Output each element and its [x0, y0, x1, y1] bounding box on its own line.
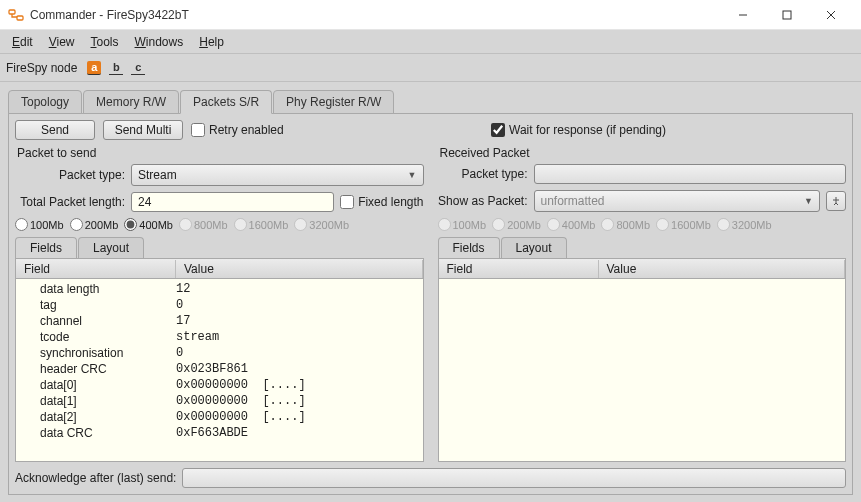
- cell-value: 0: [176, 298, 407, 312]
- scroll-down-icon[interactable]: [831, 441, 843, 459]
- speed-radio-200Mb[interactable]: 200Mb: [70, 218, 119, 231]
- subtab-fields-left[interactable]: Fields: [15, 237, 77, 258]
- table-row[interactable]: synchronisation0: [16, 345, 407, 361]
- show-as-packet-value: unformatted: [541, 194, 605, 208]
- recv-speed-radio-label: 100Mb: [453, 219, 487, 231]
- speed-radio-label: 200Mb: [85, 219, 119, 231]
- right-scrollbar[interactable]: [829, 279, 845, 461]
- speed-radio-input-3200Mb: [294, 218, 307, 231]
- pin-button[interactable]: [826, 191, 846, 211]
- left-table: Field Value data length12tag0channel17tc…: [15, 258, 424, 462]
- subtab-layout-right[interactable]: Layout: [501, 237, 567, 258]
- tabpage-packets-sr: Send Send Multi Retry enabled Wait for r…: [8, 113, 853, 495]
- scroll-up-icon[interactable]: [831, 281, 843, 299]
- tab-phy-register-rw[interactable]: Phy Register R/W: [273, 90, 394, 114]
- table-row[interactable]: header CRC0x023BF861: [16, 361, 407, 377]
- left-col-value[interactable]: Value: [176, 260, 423, 278]
- cell-value: 0: [176, 346, 407, 360]
- table-row[interactable]: data length12: [16, 281, 407, 297]
- retry-enabled-checkbox[interactable]: Retry enabled: [191, 123, 284, 137]
- send-button[interactable]: Send: [15, 120, 95, 140]
- node-b[interactable]: b: [109, 61, 123, 75]
- pin-icon: [831, 196, 841, 206]
- cell-field: data length: [16, 282, 176, 296]
- left-col-field[interactable]: Field: [16, 260, 176, 278]
- right-table-body[interactable]: [439, 279, 846, 461]
- wait-for-response-checkbox[interactable]: Wait for response (if pending): [491, 123, 666, 137]
- cell-field: data CRC: [16, 426, 176, 440]
- speed-radio-input-800Mb: [179, 218, 192, 231]
- fixed-length-checkbox[interactable]: Fixed length: [340, 195, 423, 209]
- cell-value: stream: [176, 330, 407, 344]
- received-packet-panel: Received Packet Packet type: Show as Pac…: [438, 144, 847, 462]
- send-speed-radios: 100Mb200Mb400Mb800Mb1600Mb3200Mb: [15, 218, 424, 231]
- close-button[interactable]: [809, 0, 853, 30]
- recv-speed-radio-400Mb: 400Mb: [547, 218, 596, 231]
- tab-topology[interactable]: Topology: [8, 90, 82, 114]
- scroll-up-icon[interactable]: [409, 281, 421, 299]
- retry-enabled-input[interactable]: [191, 123, 205, 137]
- menu-help[interactable]: Help: [193, 33, 230, 51]
- right-col-field[interactable]: Field: [439, 260, 599, 278]
- table-row[interactable]: channel17: [16, 313, 407, 329]
- svg-rect-1: [17, 16, 23, 20]
- scroll-thumb[interactable]: [409, 301, 421, 341]
- subtab-fields-right[interactable]: Fields: [438, 237, 500, 258]
- speed-radio-400Mb[interactable]: 400Mb: [124, 218, 173, 231]
- right-col-value[interactable]: Value: [599, 260, 846, 278]
- recv-speed-radio-input-400Mb: [547, 218, 560, 231]
- cell-field: channel: [16, 314, 176, 328]
- right-table-header: Field Value: [439, 259, 846, 279]
- menu-windows[interactable]: Windows: [129, 33, 190, 51]
- speed-radio-label: 3200Mb: [309, 219, 349, 231]
- recv-speed-radio-input-800Mb: [601, 218, 614, 231]
- packet-type-select[interactable]: Stream ▼: [131, 164, 424, 186]
- recv-speed-radio-label: 200Mb: [507, 219, 541, 231]
- speed-radio-3200Mb: 3200Mb: [294, 218, 349, 231]
- minimize-button[interactable]: [721, 0, 765, 30]
- menu-tools[interactable]: Tools: [85, 33, 125, 51]
- show-as-packet-label: Show as Packet:: [438, 194, 528, 208]
- node-a[interactable]: a: [87, 61, 101, 75]
- node-c[interactable]: c: [131, 61, 145, 75]
- speed-radio-100Mb[interactable]: 100Mb: [15, 218, 64, 231]
- speed-radio-input-200Mb[interactable]: [70, 218, 83, 231]
- table-row[interactable]: data[1]0x00000000 [....]: [16, 393, 407, 409]
- table-row[interactable]: tcodestream: [16, 329, 407, 345]
- left-table-header: Field Value: [16, 259, 423, 279]
- recv-speed-radio-input-1600Mb: [656, 218, 669, 231]
- left-table-body[interactable]: data length12tag0channel17tcodestreamsyn…: [16, 279, 423, 461]
- scroll-down-icon[interactable]: [409, 441, 421, 459]
- maximize-button[interactable]: [765, 0, 809, 30]
- speed-radio-input-100Mb[interactable]: [15, 218, 28, 231]
- cell-value: 0x00000000 [....]: [176, 410, 407, 424]
- chevron-down-icon: ▼: [408, 170, 417, 180]
- left-scrollbar[interactable]: [407, 279, 423, 461]
- subtab-layout-left[interactable]: Layout: [78, 237, 144, 258]
- ack-label: Acknowledge after (last) send:: [15, 471, 176, 485]
- wait-for-response-label: Wait for response (if pending): [509, 123, 666, 137]
- send-multi-button[interactable]: Send Multi: [103, 120, 183, 140]
- menu-edit[interactable]: Edit: [6, 33, 39, 51]
- menu-view[interactable]: View: [43, 33, 81, 51]
- table-row[interactable]: data[0]0x00000000 [....]: [16, 377, 407, 393]
- wait-for-response-input[interactable]: [491, 123, 505, 137]
- cell-field: data[2]: [16, 410, 176, 424]
- fixed-length-input[interactable]: [340, 195, 354, 209]
- nodebar: FireSpy node a b c: [0, 54, 861, 82]
- cell-value: 12: [176, 282, 407, 296]
- table-row[interactable]: data[2]0x00000000 [....]: [16, 409, 407, 425]
- total-packet-length-input[interactable]: [131, 192, 334, 212]
- recv-speed-radio-3200Mb: 3200Mb: [717, 218, 772, 231]
- total-packet-length-label: Total Packet length:: [15, 195, 125, 209]
- ack-row: Acknowledge after (last) send:: [15, 468, 846, 488]
- show-as-packet-select[interactable]: unformatted ▼: [534, 190, 821, 212]
- table-row[interactable]: data CRC0xF663ABDE: [16, 425, 407, 441]
- tab-memory-rw[interactable]: Memory R/W: [83, 90, 179, 114]
- menubar: Edit View Tools Windows Help: [0, 30, 861, 54]
- tab-packets-sr[interactable]: Packets S/R: [180, 90, 272, 114]
- speed-radio-input-400Mb[interactable]: [124, 218, 137, 231]
- recv-speed-radio-input-100Mb: [438, 218, 451, 231]
- cell-value: 0xF663ABDE: [176, 426, 407, 440]
- table-row[interactable]: tag0: [16, 297, 407, 313]
